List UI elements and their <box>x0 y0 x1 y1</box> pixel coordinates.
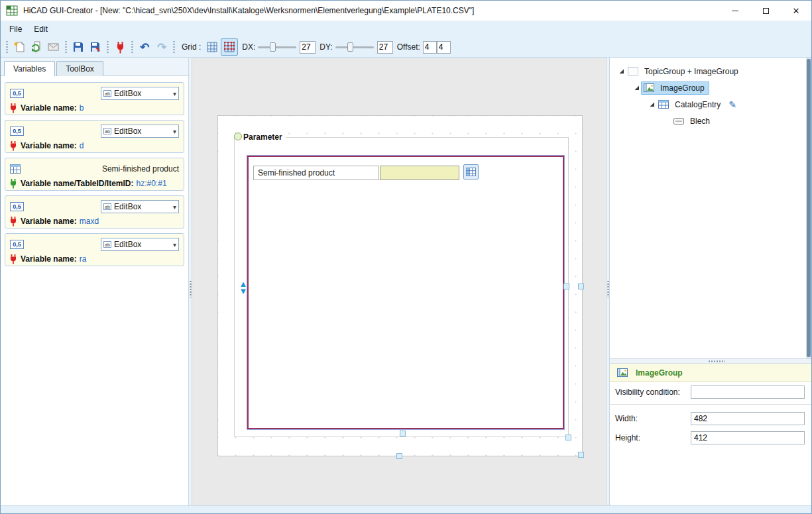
table-icon <box>466 168 476 176</box>
properties-panel: ImageGroup Visibility condition: Width: … <box>610 364 811 505</box>
plug-icon-red <box>10 103 18 113</box>
canvas-resize-handle-bottom[interactable] <box>396 453 402 459</box>
catalog-select-button[interactable] <box>463 164 479 180</box>
height-input[interactable] <box>691 431 805 444</box>
tree-item-label[interactable]: Blech <box>687 115 713 127</box>
save-as-button[interactable] <box>87 38 104 56</box>
imagegroup-icon <box>617 368 628 377</box>
maximize-button[interactable] <box>750 1 781 21</box>
tree-item-imagegroup[interactable]: ImageGroup <box>610 79 811 96</box>
dy-label: DY: <box>319 42 332 52</box>
dx-slider-thumb[interactable] <box>270 42 276 52</box>
svg-text:ab: ab <box>105 91 110 96</box>
resize-handle-right-outer[interactable] <box>578 283 584 289</box>
chevron-down-icon[interactable]: ▾ <box>173 241 176 248</box>
grid-label: Grid : <box>182 42 201 52</box>
semi-finished-field-input[interactable] <box>380 166 459 180</box>
tree-item-label[interactable]: CatalogEntry <box>672 99 723 111</box>
resize-handle-right[interactable] <box>563 283 569 289</box>
design-canvas[interactable]: Parameter Semi-finished product <box>217 115 583 456</box>
splitter-grip[interactable] <box>708 360 725 362</box>
imagegroup-selection-rect[interactable]: Semi-finished product <box>247 156 564 429</box>
plug-icon <box>116 41 125 54</box>
group-anchor-handle[interactable] <box>234 132 242 140</box>
splitter-grip[interactable] <box>607 280 609 297</box>
mail-button[interactable] <box>45 38 62 56</box>
tree-item-topicgroup[interactable]: TopicGroup + ImageGroup <box>610 63 811 79</box>
visibility-condition-row: Visibility condition: <box>610 382 811 401</box>
expand-triangle-icon[interactable] <box>632 85 641 91</box>
variable-name-label: Variable name: <box>21 103 77 113</box>
chevron-down-icon[interactable]: ▾ <box>173 203 176 211</box>
dy-slider-thumb[interactable] <box>347 42 353 52</box>
new-file-icon <box>13 41 25 53</box>
visibility-condition-input[interactable] <box>691 386 805 399</box>
undo-button[interactable]: ↶ <box>136 38 153 56</box>
editbox-icon: ab <box>103 240 111 248</box>
new-file-button[interactable] <box>11 38 28 56</box>
tree-selection[interactable]: ImageGroup <box>641 81 709 95</box>
vertical-resize-arrows[interactable]: ▲ ▼ <box>238 280 249 295</box>
control-type-label: EditBox <box>111 127 173 136</box>
canvas-resize-handle-bottom-right[interactable] <box>578 452 584 458</box>
groupbox-title: Parameter <box>240 132 286 142</box>
resize-handle-bottom[interactable] <box>400 431 406 437</box>
properties-header: ImageGroup <box>610 364 811 382</box>
close-button[interactable]: ✕ <box>781 1 811 21</box>
control-type-select[interactable]: ab EditBox ▾ <box>101 125 179 138</box>
width-input[interactable] <box>691 412 805 425</box>
edit-pencil-icon[interactable]: ✎ <box>728 99 736 110</box>
offset-y-input[interactable] <box>437 41 451 54</box>
window-title: HiCAD GUI-Creator - [New: "C:\hicad_svn\… <box>23 6 720 15</box>
tab-toolbox[interactable]: ToolBox <box>56 61 103 76</box>
control-type-select[interactable]: ab EditBox ▾ <box>101 87 179 100</box>
variable-card-semi-finished[interactable]: Semi-finished product Variable name/Tabl… <box>5 158 184 191</box>
control-type-select[interactable]: ab EditBox ▾ <box>101 200 179 213</box>
snap-grid-toggle-button[interactable] <box>221 38 238 56</box>
app-icon <box>6 5 18 17</box>
variable-card-maxd[interactable]: 0,5 ab EditBox ▾ Variable name: maxd <box>5 195 184 229</box>
blech-icon <box>673 118 684 125</box>
save-button[interactable] <box>70 38 87 56</box>
dx-input[interactable] <box>300 41 316 54</box>
parameter-groupbox[interactable]: Parameter Semi-finished product <box>234 137 569 437</box>
semi-finished-field-label[interactable]: Semi-finished product <box>253 166 379 180</box>
minimize-button[interactable] <box>720 1 750 21</box>
tree-item-blech[interactable]: Blech <box>610 113 811 129</box>
expand-triangle-icon[interactable] <box>648 101 656 107</box>
svg-text:ab: ab <box>105 242 110 247</box>
tree-item-label[interactable]: TopicGroup + ImageGroup <box>642 66 741 77</box>
imagegroup-icon <box>644 83 654 92</box>
tree-scrollbar[interactable] <box>806 58 811 358</box>
offset-x-input[interactable] <box>423 41 437 54</box>
tab-variables[interactable]: Variables <box>4 61 55 76</box>
expand-triangle-icon[interactable] <box>617 68 626 74</box>
reload-file-icon <box>30 41 42 53</box>
toolbar-gripper <box>64 40 68 54</box>
grid-toggle-button[interactable] <box>203 38 221 56</box>
chevron-down-icon[interactable]: ▾ <box>173 90 176 97</box>
variable-card-b[interactable]: 0,5 ab EditBox ▾ Variable name: b <box>5 82 184 115</box>
dy-input[interactable] <box>377 41 393 54</box>
control-type-select[interactable]: ab EditBox ▾ <box>101 238 179 251</box>
resize-handle-bottom-right[interactable] <box>565 435 571 440</box>
variable-card-ra[interactable]: 0,5 ab EditBox ▾ Variable name: ra <box>5 233 184 266</box>
dx-slider[interactable] <box>258 41 296 53</box>
splitter-grip[interactable] <box>190 280 192 297</box>
tree-item-catalogentry[interactable]: CatalogEntry ✎ <box>610 96 811 113</box>
reload-file-button[interactable] <box>28 38 45 56</box>
tree-props-splitter[interactable] <box>610 358 811 364</box>
tree-scrollbar-thumb[interactable] <box>807 59 811 357</box>
editbox-value-icon: 0,5 <box>10 240 24 249</box>
redo-button[interactable]: ↷ <box>153 38 170 56</box>
add-variable-button[interactable] <box>111 38 129 56</box>
menu-file[interactable]: File <box>3 23 28 36</box>
menu-edit[interactable]: Edit <box>28 23 54 36</box>
dy-slider[interactable] <box>335 41 374 53</box>
variable-card-d[interactable]: 0,5 ab EditBox ▾ Variable name: d <box>5 120 184 153</box>
chevron-down-icon[interactable]: ▾ <box>173 128 176 135</box>
variable-name-value: maxd <box>80 217 99 226</box>
tree-item-label[interactable]: ImageGroup <box>658 82 707 94</box>
editbox-icon: ab <box>103 127 111 135</box>
design-area[interactable]: Parameter Semi-finished product ▲ ▼ <box>192 58 606 505</box>
